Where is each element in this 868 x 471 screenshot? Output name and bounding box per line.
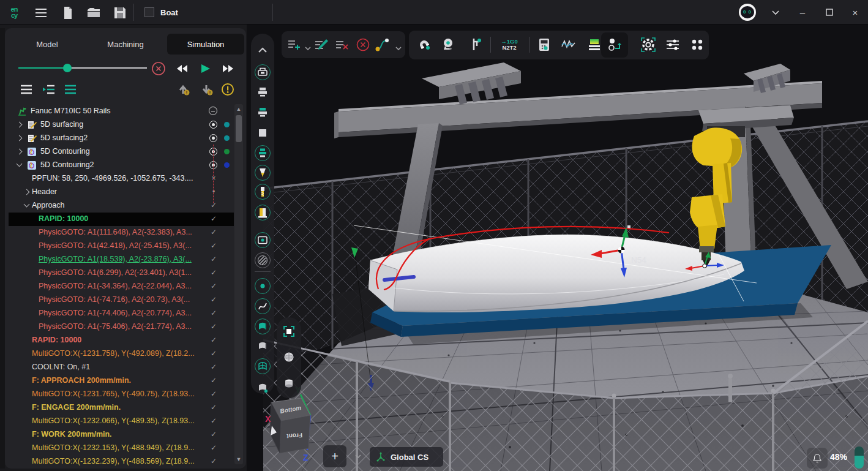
machine-icon[interactable] <box>255 64 271 80</box>
tool-taper-icon[interactable] <box>255 165 271 181</box>
goto-frame-icon[interactable]: →1G0N2T2 <box>496 39 523 51</box>
reset-simulation-button[interactable] <box>151 61 166 76</box>
tree-row[interactable]: Approach✓ <box>9 199 234 213</box>
save-icon[interactable] <box>112 5 128 21</box>
scrollbar-thumb[interactable] <box>236 115 242 142</box>
tree-row[interactable]: PhysicGOTO: A1(111.648), A2(-32.383), A3… <box>9 226 234 239</box>
scroll-up-icon[interactable] <box>255 42 271 58</box>
scroll-down-arrow[interactable]: ▼ <box>234 455 243 464</box>
expand-chevron-icon[interactable] <box>24 189 30 195</box>
stock-icon[interactable] <box>255 125 271 141</box>
playback-slider[interactable] <box>18 67 147 69</box>
workpiece-icon[interactable] <box>255 104 271 120</box>
tree-row[interactable]: Header• <box>9 186 234 199</box>
collapse-all-icon[interactable] <box>209 107 217 115</box>
menu-icon[interactable] <box>33 5 49 21</box>
delete-all-icon[interactable] <box>355 37 371 53</box>
material-layers-icon[interactable] <box>586 37 602 53</box>
tree-scrollbar[interactable]: ▲ ▼ <box>234 104 243 464</box>
tree-row[interactable]: PhysicGOTO: A1(-75.406), A2(-21.774), A3… <box>9 320 234 334</box>
notifications-bell-button[interactable] <box>807 448 828 469</box>
tool-mill-icon[interactable] <box>255 184 271 200</box>
snap-magnet-icon[interactable] <box>416 37 432 53</box>
section-hatch-icon[interactable] <box>255 252 271 268</box>
expand-chevron-icon[interactable] <box>17 122 23 128</box>
cs-dropdown-chevron[interactable] <box>348 445 368 467</box>
edit-operation-icon[interactable] <box>313 37 329 53</box>
tree-row[interactable]: MultiGOTO:X(-1231.758), Y(-492.089), Z(1… <box>9 347 234 361</box>
open-folder-icon[interactable] <box>86 5 102 21</box>
app-logo-icon[interactable]: ency <box>6 3 22 21</box>
maximize-button[interactable] <box>820 5 839 20</box>
toolpath-block-icon[interactable] <box>255 232 271 248</box>
surface-selected-icon[interactable] <box>255 318 271 334</box>
tree-row[interactable]: PhysicGOTO: A1(6.299), A2(-23.401), A3(1… <box>9 266 234 280</box>
tree-row[interactable]: RAPID: 10000✓ <box>9 213 234 226</box>
play-button[interactable] <box>197 61 213 76</box>
tree-row[interactable]: COOLNT: On, #1✓ <box>9 361 234 374</box>
list-tree-view-button[interactable] <box>41 82 56 97</box>
minimize-button[interactable]: – <box>793 5 812 20</box>
prev-warning-button[interactable]: ! <box>176 81 190 97</box>
parameters-sliders-icon[interactable] <box>665 37 681 53</box>
calculator-icon[interactable] <box>536 37 552 53</box>
toolpath-order-icon[interactable] <box>375 37 391 53</box>
fixtures-group-icon[interactable] <box>255 145 271 161</box>
next-warning-button[interactable]: ! <box>200 81 214 97</box>
remove-operation-icon[interactable] <box>334 37 350 53</box>
chevron-down-icon[interactable] <box>304 40 312 56</box>
surface-icon[interactable] <box>255 338 271 354</box>
warnings-button[interactable] <box>220 81 234 97</box>
list-compact-view-button[interactable] <box>63 82 78 97</box>
tree-row[interactable]: 5D surfacing <box>9 118 234 132</box>
expand-chevron-icon[interactable] <box>17 135 23 141</box>
expand-chevron-icon[interactable] <box>17 161 23 167</box>
fixture-icon[interactable] <box>255 84 271 100</box>
tab-model[interactable]: Model <box>13 34 81 55</box>
tree-row[interactable]: PhysicGOTO: A1(42.418), A2(-25.415), A3(… <box>9 239 234 253</box>
tree-row[interactable]: PhysicGOTO: A1(18.539), A2(-23.876), A3(… <box>9 253 234 266</box>
fast-forward-button[interactable] <box>220 61 236 76</box>
tree-row[interactable]: F: ENGAGE 200mm/min.✓ <box>9 401 234 415</box>
settings-gear-icon[interactable] <box>640 37 656 53</box>
signal-wave-icon[interactable] <box>561 37 577 53</box>
tab-simulation[interactable]: Simulation <box>167 34 244 55</box>
tab-machining[interactable]: Machining <box>92 34 159 55</box>
list-flat-view-button[interactable] <box>19 82 34 97</box>
document-tab[interactable]: Boat <box>138 4 184 21</box>
chevron-down-icon[interactable] <box>394 40 403 56</box>
tree-row[interactable]: 5D Contouring <box>9 145 234 159</box>
playback-slider-handle[interactable] <box>63 64 72 72</box>
tree-row[interactable]: RAPID: 10000✓ <box>9 334 234 347</box>
tree-row[interactable]: 5D Contouring2 <box>9 159 234 172</box>
assistant-avatar[interactable]: 0 0 <box>739 4 756 21</box>
curve-icon[interactable] <box>255 298 271 314</box>
scroll-up-arrow[interactable]: ▲ <box>234 105 243 113</box>
shading-sphere-icon[interactable] <box>281 349 297 365</box>
collapse-chevron-icon[interactable] <box>766 5 785 20</box>
simulation-mode-icon[interactable] <box>607 37 623 53</box>
tree-row[interactable]: PhysicGOTO: A1(-74.716), A2(-20.73), A3(… <box>9 293 234 307</box>
tree-row[interactable]: PhysicGOTO: A1(-34.364), A2(-22.044), A3… <box>9 280 234 293</box>
point-icon[interactable] <box>255 278 271 294</box>
tree-row[interactable]: MultiGOTO:X(-1232.239), Y(-488.569), Z(1… <box>9 455 234 469</box>
tree-row[interactable]: F: WORK 200mm/min.✓ <box>9 428 234 442</box>
zoom-indicator[interactable] <box>855 447 864 469</box>
expand-chevron-icon[interactable] <box>24 202 30 208</box>
close-button[interactable]: × <box>846 5 864 20</box>
tree-row[interactable]: PhysicGOTO: A1(-74.406), A2(-20.774), A3… <box>9 307 234 320</box>
output-radio[interactable] <box>209 121 217 129</box>
fit-view-icon[interactable] <box>281 323 297 339</box>
add-operation-icon[interactable] <box>286 37 302 53</box>
measure-tape-icon[interactable] <box>441 37 457 53</box>
tree-row[interactable]: Fanuc M710IC 50 Rails <box>9 105 234 118</box>
tree-row[interactable]: MultiGOTO:X(-1232.066), Y(-489.35), Z(18… <box>9 415 234 428</box>
tree-row[interactable]: F: APPROACH 200mm/min.✓ <box>9 374 234 388</box>
tree-row[interactable]: MultiGOTO:X(-1232.153), Y(-488.949), Z(1… <box>9 442 234 455</box>
tree-row[interactable]: MultiGOTO:X(-1231.765), Y(-490.75), Z(18… <box>9 388 234 401</box>
apps-grid-icon[interactable] <box>689 37 705 53</box>
surface-mesh-icon[interactable] <box>255 358 271 374</box>
tree-row[interactable]: 5D surfacing2 <box>9 132 234 145</box>
viewport-3d[interactable]: N54 <box>247 24 868 471</box>
caliper-icon[interactable] <box>468 37 484 53</box>
